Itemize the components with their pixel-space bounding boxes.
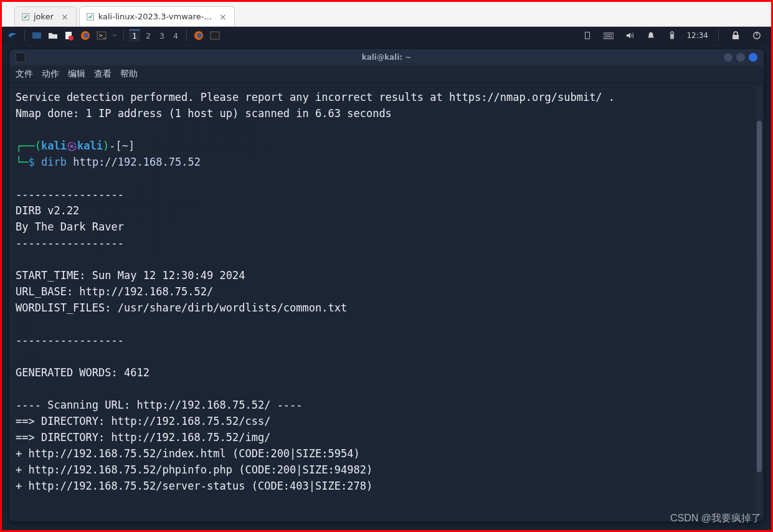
prompt-host: kali — [77, 140, 103, 152]
cherrytree-icon[interactable] — [62, 29, 76, 42]
menu-view[interactable]: 查看 — [94, 69, 111, 80]
vm-tab-kali[interactable]: kali-linux-2023.3-vmware-... × — [79, 6, 235, 26]
output-line: + http://192.168.75.52/index.html (CODE:… — [16, 447, 360, 460]
workspace-3[interactable]: 3 — [156, 29, 168, 42]
svg-point-10 — [197, 33, 202, 38]
menu-edit[interactable]: 编辑 — [68, 69, 85, 80]
kali-menu-icon[interactable] — [6, 29, 19, 42]
output-line: ==> DIRECTORY: http://192.168.75.52/css/ — [16, 415, 270, 427]
output-line: + http://192.168.75.52/phpinfo.php (CODE… — [16, 463, 372, 476]
vm-tab-label: kali-linux-2023.3-vmware-... — [98, 12, 212, 21]
terminal-title: kali@kali: ~ — [362, 53, 412, 62]
vm-tab-label: joker — [34, 12, 54, 21]
keyboard-icon[interactable] — [602, 29, 615, 42]
vm-icon — [86, 12, 95, 21]
scrollbar-thumb[interactable] — [757, 121, 762, 472]
prompt-path: ~ — [122, 140, 128, 152]
skull-icon: ㉿ — [67, 140, 77, 152]
output-line: DIRB v2.22 — [16, 204, 79, 217]
taskbar-right: 12:34 — [581, 29, 767, 42]
output-line: URL_BASE: http://192.168.75.52/ — [16, 285, 213, 298]
notifications-icon[interactable] — [644, 29, 658, 42]
maximize-button[interactable] — [736, 53, 745, 62]
taskbar-terminal-icon[interactable] — [208, 29, 222, 42]
clock[interactable]: 12:34 — [686, 31, 708, 40]
menu-file[interactable]: 文件 — [16, 69, 33, 80]
terminal-menubar: 文件 动作 编辑 查看 帮助 — [9, 65, 764, 83]
terminal-window: kali@kali: ~ 文件 动作 编辑 查看 帮助 Service dete… — [9, 49, 764, 521]
vm-tabs-bar: joker × kali-linux-2023.3-vmware-... × — [2, 2, 771, 27]
svg-rect-18 — [672, 31, 673, 32]
output-line: By The Dark Raver — [16, 221, 124, 233]
svg-rect-13 — [604, 33, 614, 39]
prompt-user: kali — [41, 140, 67, 152]
terminal-titlebar[interactable]: kali@kali: ~ — [9, 49, 764, 65]
separator — [186, 30, 187, 41]
separator — [123, 30, 124, 41]
output-line: Service detection performed. Please repo… — [16, 91, 615, 103]
terminal-title-icon — [16, 52, 26, 62]
output-line: ----------------- — [16, 237, 124, 249]
workspace-2[interactable]: 2 — [143, 29, 154, 42]
usb-icon[interactable] — [581, 29, 594, 42]
svg-rect-11 — [211, 32, 219, 39]
separator — [24, 30, 25, 41]
output-line: GENERATED WORDS: 4612 — [16, 366, 149, 379]
close-icon[interactable]: × — [61, 12, 69, 22]
command-name: dirb — [41, 156, 67, 168]
svg-rect-2 — [32, 32, 41, 39]
volume-icon[interactable] — [623, 29, 637, 42]
terminal-scrollbar[interactable] — [756, 87, 762, 515]
output-line: Nmap done: 1 IP address (1 host up) scan… — [16, 107, 392, 120]
terminal-icon[interactable]: >_ — [95, 29, 108, 42]
dropdown-icon[interactable] — [111, 29, 118, 42]
svg-rect-17 — [671, 34, 674, 38]
workspace-1[interactable]: 1 — [129, 29, 140, 42]
svg-rect-12 — [586, 32, 590, 39]
svg-point-4 — [69, 36, 74, 40]
vm-tab-joker[interactable]: joker × — [14, 6, 77, 26]
close-button[interactable] — [749, 53, 757, 62]
close-icon[interactable]: × — [219, 12, 227, 22]
output-line: ---- Scanning URL: http://192.168.75.52/… — [16, 399, 303, 411]
menu-action[interactable]: 动作 — [42, 69, 59, 80]
output-line: WORDLIST_FILES: /usr/share/dirb/wordlist… — [16, 302, 347, 314]
taskbar-left: >_ 1 2 3 4 — [6, 29, 222, 42]
workspace-4[interactable]: 4 — [170, 29, 181, 42]
command-arg: http://192.168.75.52 — [73, 156, 201, 168]
prompt-corner: └─ — [16, 156, 28, 168]
output-line: ==> DIRECTORY: http://192.168.75.52/img/ — [16, 431, 270, 444]
separator — [718, 30, 719, 41]
watermark: CSDN @我要疯掉了 — [670, 512, 761, 525]
taskbar-firefox-icon[interactable] — [192, 29, 206, 42]
svg-text:>_: >_ — [98, 32, 107, 39]
terminal-body[interactable]: Service detection performed. Please repo… — [9, 83, 764, 521]
output-line: ----------------- — [16, 188, 124, 201]
vm-desktop: >_ 1 2 3 4 12:34 kali@kali: ~ — [2, 27, 771, 530]
output-line: ----------------- — [16, 334, 124, 346]
window-controls — [724, 53, 757, 62]
output-line: + http://192.168.75.52/server-status (CO… — [16, 480, 372, 492]
minimize-button[interactable] — [724, 53, 733, 62]
prompt-corner: ┌── — [16, 140, 35, 152]
files-icon[interactable] — [46, 29, 60, 42]
battery-icon[interactable] — [665, 29, 679, 42]
show-desktop-icon[interactable] — [30, 29, 44, 42]
firefox-icon[interactable] — [78, 29, 92, 42]
vm-icon — [21, 12, 30, 21]
prompt-symbol: $ — [28, 156, 34, 168]
output-line: START_TIME: Sun May 12 12:30:49 2024 — [16, 269, 245, 282]
taskbar: >_ 1 2 3 4 12:34 — [2, 27, 771, 44]
svg-point-6 — [83, 33, 88, 38]
menu-help[interactable]: 帮助 — [120, 69, 138, 80]
power-icon[interactable] — [750, 29, 764, 42]
lock-icon[interactable] — [729, 29, 742, 42]
svg-rect-19 — [733, 35, 739, 39]
